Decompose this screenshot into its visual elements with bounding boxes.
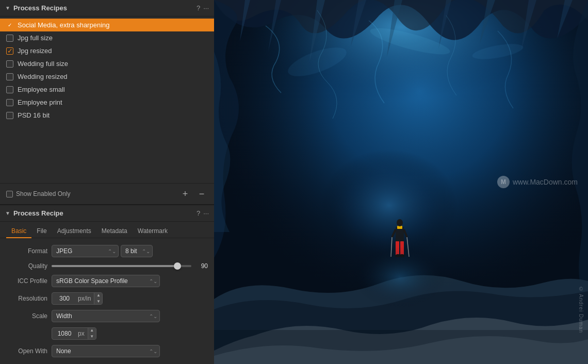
scale-select-wrapper: Width ⌃⌄: [52, 310, 160, 322]
scale-select[interactable]: Width ⌃⌄: [52, 310, 160, 322]
format-select-wrapper: JPEG ⌃⌄: [52, 245, 119, 257]
recipe-item-social-media[interactable]: ✓ Social Media, extra sharpening: [0, 19, 214, 31]
scale-label: Scale: [6, 312, 47, 320]
recipe-label-jpg-full: Jpg full size: [18, 34, 53, 42]
quality-slider-thumb[interactable]: [174, 262, 181, 270]
scale-row: Scale Width ⌃⌄: [0, 307, 214, 325]
recipe-label-employee-print: Employee print: [18, 98, 62, 106]
copyright-text: © Andrei Duman: [578, 286, 584, 333]
recipe-item-jpg-full[interactable]: Jpg full size: [0, 31, 214, 44]
recipe-checkbox-psd-16bit[interactable]: [6, 112, 13, 119]
watermark-text: www.MacDown.com: [513, 178, 578, 186]
photo-panel: M www.MacDown.com © Andrei Duman: [214, 0, 588, 364]
collapse-triangle-icon[interactable]: ▼: [5, 5, 10, 11]
icc-arrow-icon: ⌃⌄: [149, 278, 157, 284]
quality-slider-fill: [52, 265, 177, 267]
scale-pixels-input-wrapper: 1080 px ▲ ▼: [52, 327, 96, 340]
format-select[interactable]: JPEG ⌃⌄: [52, 245, 119, 257]
format-arrow-icon: ⌃⌄: [108, 249, 116, 254]
icc-profile-row: ICC Profile sRGB Color Space Profile ⌃⌄: [0, 272, 214, 290]
process-recipe-title: Process Recipe: [13, 209, 193, 217]
resolution-row: Resolution 300 px/in ▲ ▼: [0, 290, 214, 307]
quality-row: Quality 90: [0, 260, 214, 272]
tab-metadata[interactable]: Metadata: [96, 225, 133, 238]
icc-profile-select[interactable]: sRGB Color Space Profile ⌃⌄: [52, 275, 160, 287]
process-recipe-section: ▼ Process Recipe ? ··· Basic File Adjust…: [0, 204, 214, 364]
watermark-logo: M: [497, 176, 510, 188]
left-panel: ▼ Process Recipes ? ··· ✓ Social Media, …: [0, 0, 214, 364]
scale-pixel-unit: px: [77, 330, 88, 337]
icc-profile-select-wrapper: sRGB Color Space Profile ⌃⌄: [52, 275, 160, 287]
process-recipes-title: Process Recipes: [13, 4, 193, 12]
basic-form: Format JPEG ⌃⌄ 8 bit ⌃⌄: [0, 238, 214, 364]
recipe-checkbox-social-media[interactable]: ✓: [6, 22, 13, 29]
resolution-input[interactable]: 300: [52, 295, 77, 302]
resolution-unit: px/in: [77, 295, 94, 302]
open-with-select-wrapper: None ⌃⌄: [52, 345, 160, 357]
recipe-item-jpg-resized[interactable]: ✓ Jpg resized: [0, 44, 214, 57]
scale-pixels-stepper-up[interactable]: ▲: [88, 327, 96, 334]
open-with-label: Open With: [6, 348, 47, 355]
tab-basic[interactable]: Basic: [6, 225, 31, 238]
watermark: M www.MacDown.com: [497, 176, 578, 188]
open-with-select[interactable]: None ⌃⌄: [52, 345, 160, 357]
show-enabled-toggle[interactable]: Show Enabled Only: [6, 190, 175, 197]
recipe-label-wedding-resized: Wedding resized: [18, 73, 68, 80]
tab-watermark[interactable]: Watermark: [133, 225, 173, 238]
recipe-checkbox-jpg-full[interactable]: [6, 35, 13, 42]
resolution-input-wrapper: 300 px/in ▲ ▼: [52, 292, 103, 305]
recipe-checkbox-employee-print[interactable]: [6, 99, 13, 106]
recipe-item-employee-print[interactable]: Employee print: [0, 96, 214, 109]
recipe-help-icon[interactable]: ?: [197, 209, 200, 217]
format-row: Format JPEG ⌃⌄ 8 bit ⌃⌄: [0, 242, 214, 260]
resolution-stepper-up[interactable]: ▲: [94, 292, 102, 299]
scale-pixels-row: 1080 px ▲ ▼: [0, 325, 214, 342]
scale-pixels-stepper: ▲ ▼: [88, 327, 96, 340]
help-icon[interactable]: ?: [197, 4, 200, 12]
resolution-stepper: ▲ ▼: [94, 292, 102, 305]
scale-pixels-stepper-down[interactable]: ▼: [88, 334, 96, 340]
quality-label: Quality: [6, 262, 47, 270]
collapse-triangle-recipe-icon[interactable]: ▼: [5, 210, 10, 216]
quality-slider-track[interactable]: [52, 265, 191, 267]
scale-arrow-icon: ⌃⌄: [149, 313, 157, 319]
bitdepth-arrow-icon: ⌃⌄: [142, 249, 150, 254]
recipe-item-employee-small[interactable]: Employee small: [0, 83, 214, 96]
tab-file[interactable]: File: [31, 225, 52, 238]
remove-recipe-button[interactable]: −: [195, 188, 208, 200]
open-with-arrow-icon: ⌃⌄: [149, 349, 157, 354]
recipe-tabs: Basic File Adjustments Metadata Watermar…: [0, 222, 214, 238]
photo-background: M www.MacDown.com © Andrei Duman: [214, 0, 588, 364]
recipe-label-jpg-resized: Jpg resized: [18, 47, 52, 55]
format-label: Format: [6, 247, 47, 255]
open-with-row: Open With None ⌃⌄: [0, 342, 214, 360]
quality-slider-container: 90: [52, 262, 208, 270]
svg-point-18: [307, 191, 493, 315]
format-controls: JPEG ⌃⌄ 8 bit ⌃⌄: [52, 245, 153, 257]
recipe-checkbox-employee-small[interactable]: [6, 86, 13, 93]
bitdepth-select[interactable]: 8 bit ⌃⌄: [121, 245, 153, 257]
process-recipes-header: ▼ Process Recipes ? ···: [0, 0, 214, 16]
show-enabled-checkbox[interactable]: [6, 191, 13, 197]
scale-pixels-input[interactable]: 1080: [52, 330, 77, 337]
recipe-item-psd-16bit[interactable]: PSD 16 bit: [0, 109, 214, 122]
recipe-item-wedding-resized[interactable]: Wedding resized: [0, 70, 214, 83]
resolution-stepper-down[interactable]: ▼: [94, 299, 102, 305]
add-recipe-button[interactable]: +: [179, 188, 191, 200]
recipe-label-psd-16bit: PSD 16 bit: [18, 111, 50, 119]
recipe-checkbox-jpg-resized[interactable]: ✓: [6, 47, 13, 55]
recipe-more-icon[interactable]: ···: [203, 209, 209, 217]
more-icon[interactable]: ···: [203, 4, 209, 12]
svg-rect-19: [214, 330, 588, 364]
icc-profile-label: ICC Profile: [6, 277, 47, 285]
recipe-checkbox-wedding-full[interactable]: [6, 60, 13, 68]
recipe-label-employee-small: Employee small: [18, 86, 65, 93]
recipe-footer: Show Enabled Only + −: [0, 183, 214, 204]
recipe-item-wedding-full[interactable]: Wedding full size: [0, 57, 214, 70]
recipe-list: ✓ Social Media, extra sharpening Jpg ful…: [0, 16, 214, 183]
process-recipe-header: ▼ Process Recipe ? ···: [0, 205, 214, 222]
recipe-checkbox-wedding-resized[interactable]: [6, 73, 13, 80]
bitdepth-select-wrapper: 8 bit ⌃⌄: [121, 245, 153, 257]
tab-adjustments[interactable]: Adjustments: [52, 225, 96, 238]
show-enabled-label: Show Enabled Only: [16, 190, 70, 197]
